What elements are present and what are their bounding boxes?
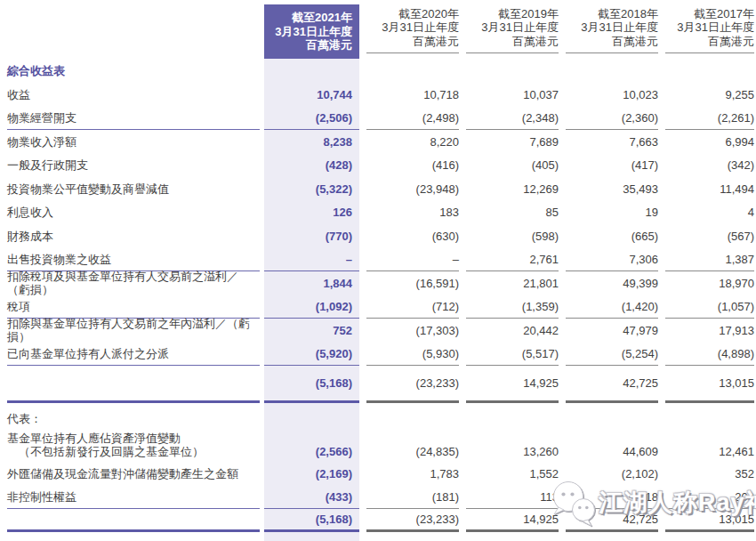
row-label-line: 基金單位持有人應佔資產淨值變動 [7,432,181,445]
value-fy2018: 7,663 [566,130,658,154]
row-label-line: 綜合收益表 [7,64,65,77]
value-fy2021: (1,092) [264,295,359,319]
value-fy2021: (770) [264,224,359,248]
value-fy2018: 35,493 [566,177,658,201]
column-header-line: 百萬港元 [708,35,754,49]
row-label: 出售投資物業之收益 [7,248,260,272]
column-header-fy2020: 截至2020年3月31日止年度百萬港元 [366,4,459,53]
row-label-line: 投資物業公平值變動及商譽減值 [7,182,169,196]
table-row: 代表： [0,403,754,433]
column-header-fy2018: 截至2018年3月31日止年度百萬港元 [566,4,658,53]
value-fy2020: 183 [366,201,459,225]
value-fy2018: 44,609 [566,433,658,462]
table-row: 出售投資物業之收益––2,7617,3061,387 [0,248,754,272]
value-fy2021: (5,322) [264,177,359,201]
row-label: 扣除稅項及與基金單位持有人交易前之溢利／（虧損） [7,271,260,295]
row-label [7,509,260,532]
value-fy2020: (2,498) [366,107,459,131]
value-fy2021: 10,744 [264,83,359,107]
value-fy2019: (405) [466,154,559,178]
table-row: 已向基金單位持有人派付之分派(5,920)(5,930)(5,517)(5,25… [0,343,754,367]
value-fy2019: 12,269 [466,177,559,201]
value-fy2020: 8,220 [366,130,459,154]
value-fy2018: (2,360) [566,107,658,131]
value-fy2019: 2,761 [466,248,559,272]
value-fy2018: 19 [566,201,658,225]
value-fy2020: (17,303) [366,319,459,343]
table-row: 稅項(1,092)(712)(1,359)(1,420)(1,057) [0,295,754,319]
row-label: 代表： [7,403,260,433]
column-header-line: 百萬港元 [413,35,459,49]
value-fy2017: 4 [665,201,754,225]
row-label-line: 非控制性權益 [7,490,76,504]
value-fy2017: 6,994 [665,130,754,154]
value-fy2018: (1,420) [566,295,658,319]
column-header-line: 百萬港元 [512,35,559,49]
value-fy2017: 18,970 [665,271,754,295]
row-label-line: 外匯儲備及現金流量對沖儲備變動產生之金額 [7,467,238,480]
column-header-line: 3月31日止年度 [275,25,352,39]
column-header-line: 3月31日止年度 [581,20,658,35]
value-fy2017: 9,255 [665,83,754,107]
value-fy2017: (2,261) [665,107,754,131]
value-fy2019: 10,037 [466,83,559,107]
value-fy2019: 14,925 [466,366,559,403]
value-fy2019: (598) [466,224,559,248]
table-header-row: 截至2021年3月31日止年度百萬港元截至2020年3月31日止年度百萬港元截至… [0,4,756,59]
value-fy2021: (428) [264,154,359,178]
value-fy2021: 1,844 [264,271,359,295]
value-fy2018: 7,306 [566,248,658,272]
table-row: 基金單位持有人應佔資產淨值變動（不包括新發行及回購之基金單位）(2,566)(2… [0,433,754,462]
income-statement-table: 綜合收益表收益10,74410,71810,03710,0239,255物業經營… [0,59,756,532]
row-label-line: 扣除與基金單位持有人交易前之年內溢利／（虧損） [7,317,260,343]
value-fy2018: (665) [566,224,658,248]
value-fy2021: (433) [264,486,359,510]
value-fy2018: 49,399 [566,271,658,295]
row-label: 稅項 [7,295,260,319]
value-fy2019: 1,552 [466,462,559,486]
value-fy2019: 113 [466,486,559,510]
table-row: 綜合收益表 [0,59,754,83]
row-label-line: 利息收入 [7,206,53,219]
value-fy2021: (2,506) [264,107,359,131]
table-row: 財務成本(770)(630)(598)(665)(567) [0,224,754,248]
value-fy2020: 1,783 [366,462,459,486]
row-label-line: 代表： [7,412,42,425]
value-fy2020: (23,233) [366,509,459,532]
table-row: 收益10,74410,71810,03710,0239,255 [0,83,754,107]
value-fy2020: (181) [366,486,459,510]
value-fy2018: (5,254) [566,343,658,367]
watermark: 江湖人称Ray神 [547,477,756,529]
value-fy2020: (16,591) [366,271,459,295]
value-fy2021: 752 [264,319,359,343]
column-header-line: 3月31日止年度 [481,20,559,35]
value-fy2021: – [264,248,359,272]
value-fy2019: 85 [466,201,559,225]
value-fy2017: (342) [665,154,754,178]
value-fy2021: (5,168) [264,509,359,532]
value-fy2019: (2,348) [466,107,559,131]
value-fy2021: (5,920) [264,343,359,367]
column-header-line: 3月31日止年度 [382,20,459,35]
value-fy2020: (416) [366,154,459,178]
value-fy2021: 8,238 [264,130,359,154]
row-label-line: 物業收入淨額 [7,135,76,149]
row-label-line: 稅項 [7,300,30,313]
value-fy2017: 13,015 [665,366,754,403]
value-fy2019: (1,359) [466,295,559,319]
watermark-text: 江湖人称Ray神 [599,487,756,519]
row-label: 利息收入 [7,201,260,225]
row-label-line: 扣除稅項及與基金單位持有人交易前之溢利／（虧損） [7,270,260,296]
row-label-line: 一般及行政開支 [7,158,88,172]
financial-statement-page: 截至2021年3月31日止年度百萬港元截至2020年3月31日止年度百萬港元截至… [0,0,756,541]
row-label: 扣除與基金單位持有人交易前之年內溢利／（虧損） [7,319,260,343]
value-fy2017: 17,913 [665,319,754,343]
column-header-line: 截至2017年 [694,7,754,21]
value-fy2018: 42,725 [566,366,658,403]
value-fy2019: 20,442 [466,319,559,343]
table-row: 物業經營開支(2,506)(2,498)(2,348)(2,360)(2,261… [0,107,754,131]
value-fy2018: (417) [566,154,658,178]
row-label: 綜合收益表 [7,59,260,83]
value-fy2017: (1,057) [665,295,754,319]
table-row: 物業收入淨額8,2388,2207,6897,6636,994 [0,130,754,154]
